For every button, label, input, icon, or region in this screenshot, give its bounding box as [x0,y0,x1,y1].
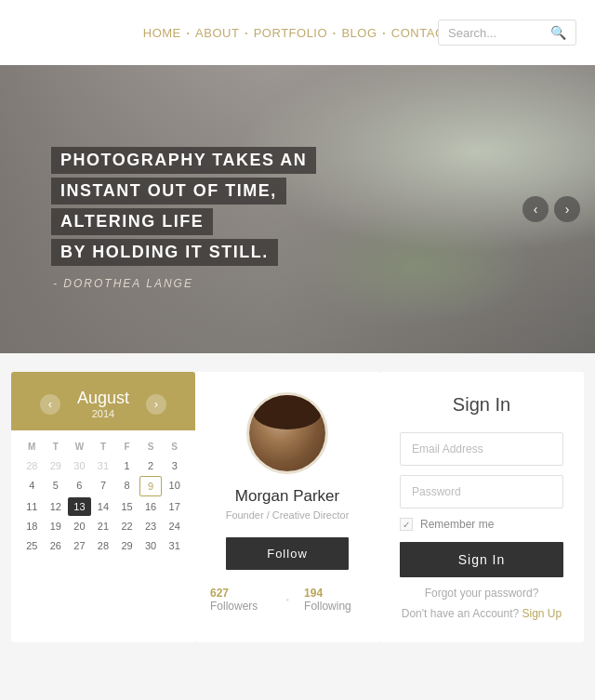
cal-day-highlighted[interactable]: 9 [139,476,163,496]
calendar-widget: ‹ August 2014 › M T W T F S S 28 29 30 3… [11,372,195,642]
cal-day-today[interactable]: 13 [68,497,91,516]
calendar-month: August [77,389,129,408]
cal-day[interactable]: 5 [45,476,68,496]
search-input[interactable] [448,26,550,40]
cal-day[interactable]: 4 [20,476,44,496]
followers-stat: 627 Followers [210,587,271,613]
day-header-w: W [68,438,91,456]
calendar-month-year: August 2014 [77,389,129,419]
remember-row: ✓ Remember me [400,518,563,531]
forgot-password-link[interactable]: Forgot your password? [400,587,563,600]
password-field[interactable] [400,475,563,508]
follow-button[interactable]: Follow [226,537,349,570]
cal-day[interactable]: 8 [115,476,139,496]
nav-blog[interactable]: BLOG [341,26,377,40]
cal-day[interactable]: 21 [92,517,115,535]
quote-line-3: ALTERING LIFE [51,208,213,235]
cal-day[interactable]: 3 [163,456,186,475]
cal-day[interactable]: 6 [68,476,91,496]
cal-day[interactable]: 31 [163,536,186,555]
cal-day[interactable]: 29 [45,456,68,475]
navigation: HOME • ABOUT • PORTFOLIO • BLOG • CONTAC… [143,26,452,40]
cal-day[interactable]: 25 [20,536,44,555]
calendar-body: M T W T F S S 28 29 30 31 1 2 3 4 5 6 7 [11,430,195,566]
email-field[interactable] [400,432,563,466]
cal-day[interactable]: 15 [115,497,139,516]
avatar-image [249,395,325,471]
nav-portfolio[interactable]: PORTFOLIO [254,26,327,40]
day-header-m: M [20,438,44,456]
day-header-f: F [115,438,139,456]
bottom-section: ‹ August 2014 › M T W T F S S 28 29 30 3… [0,353,595,661]
nav-dot-2: • [245,29,247,37]
followers-count: 627 [210,587,229,600]
following-label-text: Following [304,600,351,613]
cal-day[interactable]: 20 [68,517,91,535]
quote-author: - DOROTHEA LANGE [51,277,316,290]
header: HOME • ABOUT • PORTFOLIO • BLOG • CONTAC… [0,0,595,65]
search-button[interactable]: 🔍 [550,25,566,40]
search-box: 🔍 [438,20,576,46]
hero-section: PHOTOGRAPHY TAKES AN INSTANT OUT OF TIME… [0,65,595,353]
cal-day[interactable]: 22 [115,517,139,535]
day-header-s1: S [139,438,163,456]
profile-name: Morgan Parker [235,487,339,506]
cal-day[interactable]: 14 [92,497,115,516]
signup-link[interactable]: Sign Up [522,607,562,620]
no-account-text: Don't have an Account? [402,607,519,620]
quote-line-4: BY HOLDING IT STILL. [51,239,278,266]
nav-home[interactable]: HOME [143,26,181,40]
profile-widget: Morgan Parker Founder / Creative Directo… [195,372,379,642]
signin-button[interactable]: Sign In [400,542,563,577]
cal-day[interactable]: 16 [139,497,163,516]
cal-day[interactable]: 31 [92,456,115,475]
calendar-grid: M T W T F S S 28 29 30 31 1 2 3 4 5 6 7 [20,438,186,555]
calendar-year: 2014 [77,408,129,419]
calendar-next-button[interactable]: › [146,394,166,415]
calendar-prev-button[interactable]: ‹ [40,394,60,415]
quote-line-1: PHOTOGRAPHY TAKES AN [51,147,316,174]
nav-about[interactable]: ABOUT [195,26,239,40]
cal-day[interactable]: 7 [92,476,115,496]
remember-checkbox[interactable]: ✓ [400,518,413,531]
forgot-password-anchor[interactable]: Forgot your password? [425,587,539,600]
cal-day[interactable]: 24 [163,517,186,535]
cal-day[interactable]: 11 [20,497,44,516]
calendar-header: ‹ August 2014 › [11,372,195,430]
hero-next-button[interactable]: › [554,196,580,222]
cal-day[interactable]: 29 [115,536,139,555]
cal-day[interactable]: 28 [92,536,115,555]
cal-day[interactable]: 27 [68,536,91,555]
day-header-s2: S [163,438,186,456]
signin-widget: Sign In ✓ Remember me Sign In Forgot you… [379,372,584,642]
hero-navigation: ‹ › [522,196,580,222]
following-count: 194 [304,587,323,600]
cal-day[interactable]: 30 [139,536,163,555]
profile-title: Founder / Creative Director [226,509,350,521]
cal-day[interactable]: 28 [20,456,44,475]
cal-day[interactable]: 19 [45,517,68,535]
day-header-t2: T [92,438,115,456]
quote-line-2: INSTANT OUT OF TIME, [51,178,286,205]
hero-prev-button[interactable]: ‹ [522,196,549,222]
nav-dot-4: • [383,29,386,37]
cal-day[interactable]: 18 [20,517,44,535]
signin-title: Sign In [400,394,563,416]
cal-day[interactable]: 30 [68,456,91,475]
cal-day[interactable]: 10 [163,476,186,496]
day-header-t1: T [45,438,68,456]
stats-separator: ● [285,597,289,602]
nav-dot-3: • [333,29,336,37]
cal-day[interactable]: 23 [139,517,163,535]
signup-row: Don't have an Account? Sign Up [400,607,563,620]
cal-day[interactable]: 1 [115,456,139,475]
cal-day[interactable]: 26 [45,536,68,555]
cal-day[interactable]: 12 [45,497,68,516]
profile-stats: 627 Followers ● 194 Following [210,587,364,613]
following-stat: 194 Following [304,587,364,613]
nav-dot-1: • [187,29,190,37]
remember-label: Remember me [420,518,494,531]
hero-content: PHOTOGRAPHY TAKES AN INSTANT OUT OF TIME… [0,128,316,290]
cal-day[interactable]: 2 [139,456,163,475]
cal-day[interactable]: 17 [163,497,186,516]
